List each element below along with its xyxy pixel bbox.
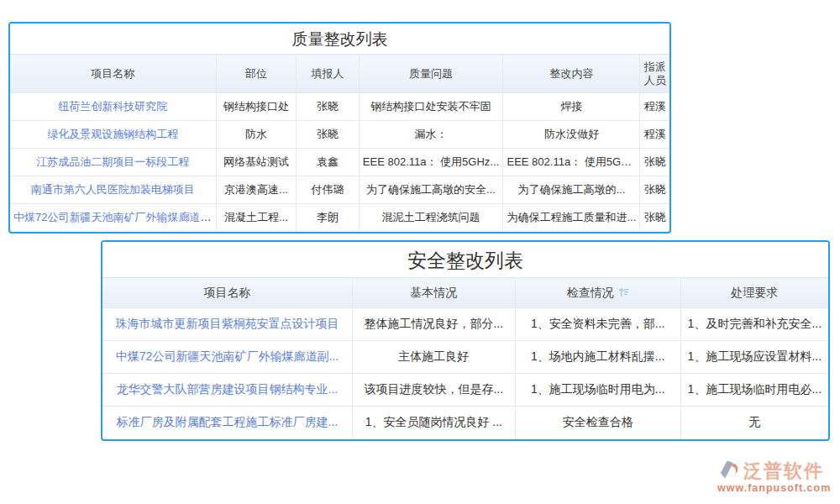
reporter-cell: 张晓 (297, 93, 359, 121)
brand-watermark: 泛普软件 www.fanpusoft.com (717, 459, 831, 494)
project-link[interactable]: 珠海市城市更新项目紫桐苑安置点设计项目 (115, 317, 339, 330)
quality-col-assignee: 指派人员 (640, 55, 669, 93)
part-cell: 网络基站测试 (216, 149, 296, 176)
table-row: 中煤72公司新疆天池南矿厂外输煤廊道副...主体施工良好1、场地内施工材料乱摆.… (102, 341, 828, 374)
reporter-cell: 袁鑫 (297, 149, 359, 176)
project-cell: 中煤72公司新疆天池南矿厂外输煤廊道副... (102, 341, 352, 374)
reporter-cell: 付伟璐 (297, 176, 359, 204)
safety-col-project-name: 项目名称 (102, 278, 352, 308)
table-row: 江苏成品油二期项目一标段工程网络基站测试袁鑫EEE 802.11a： 使用5GH… (10, 149, 669, 176)
project-link[interactable]: 江苏成品油二期项目一标段工程 (36, 155, 189, 168)
assignee-cell: 张晓 (640, 176, 669, 204)
safety-col-requirement: 处理要求 (680, 278, 828, 308)
reporter-cell: 李朗 (297, 204, 359, 232)
project-link[interactable]: 中煤72公司新疆天池南矿厂外输煤廊道副... (13, 211, 216, 223)
table-row: 绿化及景观设施钢结构工程防水张晓漏水：防水没做好程溪 (10, 121, 669, 149)
safety-table-title: 安全整改列表 (102, 242, 828, 277)
inspection-cell: 1、施工现场临时用电为... (515, 374, 680, 407)
project-cell: 标准厂房及附属配套工程施工标准厂房建... (102, 407, 352, 439)
basic-cell: 1、安全员随岗情况良好 ... (352, 407, 515, 439)
quality-col-issue: 质量问题 (359, 55, 503, 93)
quality-table-title: 质量整改列表 (10, 24, 669, 54)
part-cell: 混凝土工程... (216, 204, 296, 232)
table-row: 南通市第六人民医院加装电梯项目京港澳高速...付伟璐为了确保施工高墩的安全...… (10, 176, 669, 204)
table-row: 龙华交警大队部营房建设项目钢结构专业...该项目进度较快，但是存...1、施工现… (102, 374, 828, 407)
basic-cell: 整体施工情况良好，部分... (352, 308, 515, 341)
safety-col-inspection-label: 检查情况 (567, 286, 614, 299)
quality-col-part: 部位 (216, 55, 296, 93)
project-cell: 绿化及景观设施钢结构工程 (10, 121, 216, 149)
content-cell: 为确保工程施工质量和进... (503, 204, 640, 232)
part-cell: 防水 (216, 121, 296, 149)
inspection-cell: 1、安全资料未完善，部... (515, 308, 680, 341)
quality-table: 项目名称 部位 填报人 质量问题 整改内容 指派人员 纽荷兰创新科技研究院钢结构… (10, 54, 669, 232)
issue-cell: 钢结构接口处安装不牢固 (359, 93, 503, 121)
quality-header-row: 项目名称 部位 填报人 质量问题 整改内容 指派人员 (10, 55, 669, 93)
safety-col-basic: 基本情况 (352, 278, 515, 308)
safety-col-inspection[interactable]: 检查情况 (515, 278, 680, 308)
quality-rectification-panel: 质量整改列表 项目名称 部位 填报人 质量问题 整改内容 指派人员 纽荷兰创新科… (8, 22, 671, 234)
inspection-cell: 1、场地内施工材料乱摆... (515, 341, 680, 374)
quality-col-reporter: 填报人 (297, 55, 359, 93)
quality-col-project-name: 项目名称 (10, 55, 216, 93)
safety-header-row: 项目名称 基本情况 检查情况 处理要求 (102, 278, 828, 308)
assignee-cell: 张晓 (640, 149, 669, 176)
assignee-cell: 张晓 (640, 204, 669, 232)
project-link[interactable]: 纽荷兰创新科技研究院 (58, 100, 167, 113)
part-cell: 京港澳高速... (216, 176, 296, 204)
table-row: 标准厂房及附属配套工程施工标准厂房建...1、安全员随岗情况良好 ...安全检查… (102, 407, 828, 439)
project-cell: 纽荷兰创新科技研究院 (10, 93, 216, 121)
project-cell: 中煤72公司新疆天池南矿厂外输煤廊道副... (10, 204, 216, 232)
assignee-cell: 程溪 (640, 93, 669, 121)
safety-table: 项目名称 基本情况 检查情况 处理要求 珠海市城市更新项目紫桐苑安置点设计项目整… (102, 277, 828, 439)
content-cell: 为了确保施工高墩的... (503, 176, 640, 204)
quality-col-content: 整改内容 (503, 55, 640, 93)
safety-rectification-panel: 安全整改列表 项目名称 基本情况 检查情况 处理要求 珠海市城市更新项目紫桐苑安… (101, 240, 830, 441)
part-cell: 钢结构接口处 (216, 93, 296, 121)
issue-cell: 为了确保施工高墩的安全... (359, 176, 503, 204)
inspection-cell: 安全检查合格 (515, 407, 680, 439)
content-cell: EEE 802.11a： 使用5GH... (503, 149, 640, 176)
table-row: 中煤72公司新疆天池南矿厂外输煤廊道副...混凝土工程...李朗混泥土工程浇筑问… (10, 204, 669, 232)
issue-cell: 混泥土工程浇筑问题 (359, 204, 503, 232)
project-cell: 龙华交警大队部营房建设项目钢结构专业... (102, 374, 352, 407)
project-link[interactable]: 标准厂房及附属配套工程施工标准厂房建... (117, 415, 339, 428)
sort-ascending-icon[interactable] (618, 286, 629, 300)
content-cell: 焊接 (503, 93, 640, 121)
project-cell: 珠海市城市更新项目紫桐苑安置点设计项目 (102, 308, 352, 341)
project-cell: 南通市第六人民医院加装电梯项目 (10, 176, 216, 204)
project-link[interactable]: 南通市第六人民医院加装电梯项目 (31, 183, 195, 196)
requirement-cell: 无 (680, 407, 828, 439)
fanpu-logo-icon (717, 459, 741, 484)
content-cell: 防水没做好 (503, 121, 640, 149)
assignee-cell: 程溪 (640, 121, 669, 149)
brand-name: 泛普软件 (743, 461, 824, 481)
brand-url: www.fanpusoft.com (717, 482, 831, 494)
issue-cell: 漏水： (359, 121, 503, 149)
issue-cell: EEE 802.11a： 使用5GHz... (359, 149, 503, 176)
table-row: 珠海市城市更新项目紫桐苑安置点设计项目整体施工情况良好，部分...1、安全资料未… (102, 308, 828, 341)
table-row: 纽荷兰创新科技研究院钢结构接口处张晓钢结构接口处安装不牢固焊接程溪 (10, 93, 669, 121)
requirement-cell: 1、施工现场临时用电必... (680, 374, 828, 407)
reporter-cell: 张晓 (297, 121, 359, 149)
project-link[interactable]: 绿化及景观设施钢结构工程 (47, 128, 178, 140)
project-link[interactable]: 中煤72公司新疆天池南矿厂外输煤廊道副... (116, 349, 339, 363)
project-link[interactable]: 龙华交警大队部营房建设项目钢结构专业... (117, 382, 339, 396)
requirement-cell: 1、施工现场应设置材料... (680, 341, 828, 374)
requirement-cell: 1、及时完善和补充安全... (680, 308, 828, 341)
project-cell: 江苏成品油二期项目一标段工程 (10, 149, 216, 176)
basic-cell: 该项目进度较快，但是存... (352, 374, 515, 407)
basic-cell: 主体施工良好 (352, 341, 515, 374)
